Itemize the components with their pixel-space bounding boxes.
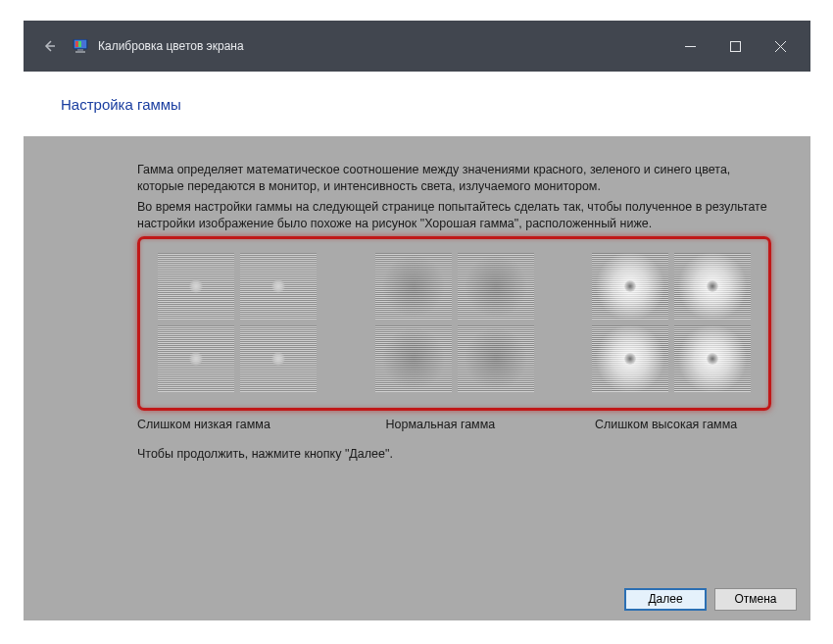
gamma-sample-high bbox=[588, 249, 755, 396]
gamma-dot bbox=[592, 325, 668, 392]
gamma-samples-highlight bbox=[137, 236, 771, 411]
close-icon bbox=[775, 41, 786, 52]
gamma-dot bbox=[375, 253, 452, 320]
gamma-dot bbox=[240, 325, 317, 392]
titlebar: Калибровка цветов экрана bbox=[24, 21, 810, 72]
svg-rect-2 bbox=[75, 41, 78, 47]
paragraph-2: Во время настройки гаммы на следующей ст… bbox=[137, 199, 771, 232]
gamma-sample-normal bbox=[371, 249, 538, 396]
continue-instruction: Чтобы продолжить, нажмите кнопку "Далее"… bbox=[137, 446, 771, 463]
caption-high: Слишком высокая гамма bbox=[591, 417, 771, 433]
gamma-dot bbox=[158, 253, 234, 320]
minimize-button[interactable] bbox=[667, 30, 712, 62]
minimize-icon bbox=[685, 41, 696, 52]
gamma-dot bbox=[674, 325, 751, 392]
calibration-window: Калибровка цветов экрана Настройка гаммы… bbox=[24, 21, 810, 620]
page-title: Настройка гаммы bbox=[61, 96, 181, 113]
svg-rect-3 bbox=[78, 41, 81, 47]
gamma-dot bbox=[158, 325, 234, 392]
svg-rect-5 bbox=[77, 49, 83, 51]
arrow-left-icon bbox=[41, 38, 57, 54]
caption-low: Слишком низкая гамма bbox=[137, 417, 318, 433]
app-icon bbox=[73, 39, 90, 53]
svg-rect-4 bbox=[81, 41, 85, 47]
cancel-button[interactable]: Отмена bbox=[714, 588, 797, 611]
header: Настройка гаммы bbox=[24, 72, 810, 136]
gamma-dot bbox=[458, 325, 534, 392]
maximize-icon bbox=[730, 41, 741, 52]
gamma-dot bbox=[592, 253, 668, 320]
gamma-dot bbox=[240, 253, 317, 320]
svg-rect-7 bbox=[730, 41, 740, 51]
gamma-dot bbox=[375, 325, 452, 392]
footer: Далее Отмена bbox=[24, 577, 810, 620]
svg-rect-6 bbox=[75, 51, 85, 53]
gamma-dot bbox=[674, 253, 751, 320]
next-button[interactable]: Далее bbox=[624, 588, 707, 611]
gamma-dot bbox=[458, 253, 534, 320]
paragraph-1: Гамма определяет математическое соотноше… bbox=[137, 162, 771, 195]
sample-captions: Слишком низкая гамма Нормальная гамма Сл… bbox=[137, 417, 771, 433]
window-controls bbox=[667, 30, 803, 62]
maximize-button[interactable] bbox=[712, 30, 758, 62]
window-title: Калибровка цветов экрана bbox=[98, 39, 244, 53]
back-button[interactable] bbox=[37, 34, 61, 58]
content-area: Гамма определяет математическое соотноше… bbox=[24, 136, 810, 577]
caption-normal: Нормальная гамма bbox=[365, 417, 545, 433]
gamma-sample-low bbox=[154, 249, 320, 396]
close-button[interactable] bbox=[758, 30, 803, 62]
